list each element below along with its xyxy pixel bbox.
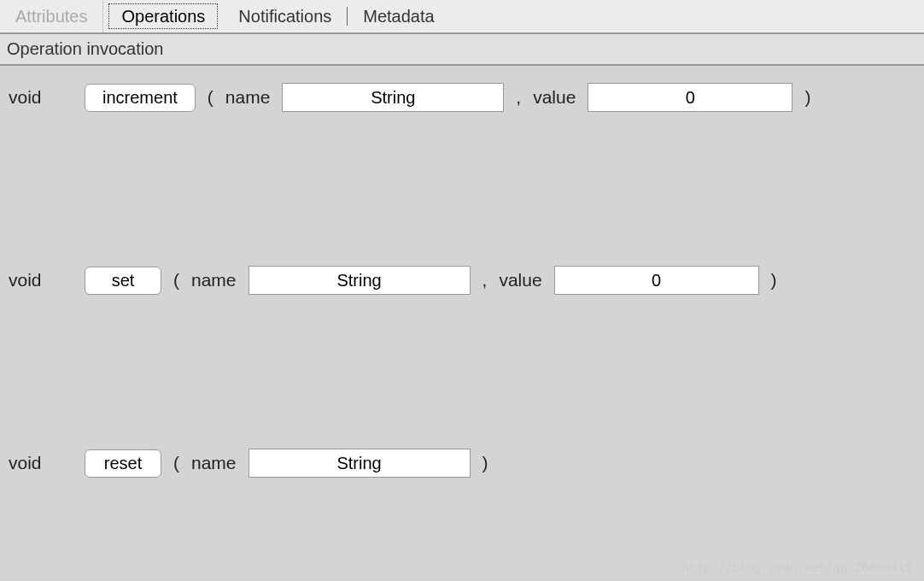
tab-metadata[interactable]: Metadata xyxy=(348,0,449,32)
operations-panel: void increment ( name , value ) void set… xyxy=(0,66,924,529)
close-paren: ) xyxy=(771,270,777,290)
open-paren: ( xyxy=(173,270,179,290)
operation-row-reset: void reset ( name ) xyxy=(9,449,915,478)
tab-operations[interactable]: Operations xyxy=(108,3,218,29)
param-label-value: value xyxy=(533,87,576,108)
param-label-value: value xyxy=(499,270,541,290)
close-paren: ) xyxy=(804,87,810,108)
increment-button[interactable]: increment xyxy=(85,84,196,112)
param-input-value[interactable] xyxy=(588,83,792,112)
panel-title-label: Operation invocation xyxy=(7,39,170,58)
param-label-name: name xyxy=(191,270,237,290)
panel-title: Operation invocation xyxy=(0,34,924,66)
operation-row-increment: void increment ( name , value ) xyxy=(9,83,915,112)
param-label-name: name xyxy=(191,453,237,473)
reset-button[interactable]: reset xyxy=(85,449,161,478)
open-paren: ( xyxy=(173,453,179,473)
param-input-name[interactable] xyxy=(249,449,471,478)
watermark: http://blog.csdn.net/qq_26000415 xyxy=(681,560,912,574)
return-type: void xyxy=(9,453,73,473)
tab-bar: Attributes Operations Notifications Meta… xyxy=(0,0,924,34)
param-label-name: name xyxy=(225,87,271,108)
close-paren: ) xyxy=(482,453,488,473)
tab-notifications[interactable]: Notifications xyxy=(223,0,347,32)
comma: , xyxy=(482,270,488,290)
return-type: void xyxy=(9,270,73,290)
set-button[interactable]: set xyxy=(85,267,161,295)
return-type: void xyxy=(9,87,73,108)
comma: , xyxy=(516,87,521,108)
param-input-value[interactable] xyxy=(554,266,759,295)
open-paren: ( xyxy=(208,87,213,108)
tab-attributes[interactable]: Attributes xyxy=(0,0,103,32)
param-input-name[interactable] xyxy=(282,83,504,112)
operation-row-set: void set ( name , value ) xyxy=(9,266,915,295)
param-input-name[interactable] xyxy=(249,266,471,295)
